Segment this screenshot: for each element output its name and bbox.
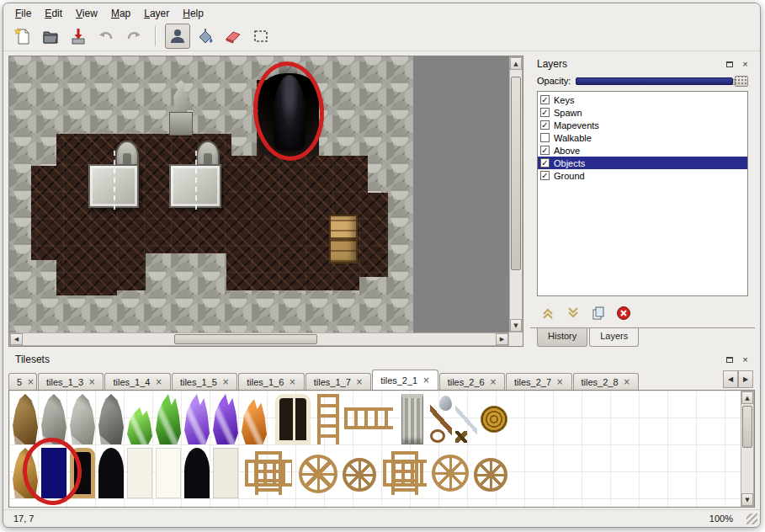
tileset-tile-sword[interactable]	[455, 396, 477, 443]
open-map-button[interactable]	[38, 24, 63, 49]
tileset-canvas[interactable]	[9, 391, 741, 507]
close-tab-icon[interactable]: ×	[88, 377, 95, 386]
tilesets-float-button[interactable]	[723, 354, 736, 366]
layer-row-objects[interactable]: ✓Objects	[538, 157, 747, 169]
scroll-thumb[interactable]	[511, 77, 521, 270]
menu-layer[interactable]: Layer	[137, 6, 176, 21]
layers-close-button[interactable]: ×	[739, 58, 752, 71]
close-tab-icon[interactable]: ×	[556, 377, 563, 386]
duplicate-layer-button[interactable]	[589, 304, 608, 322]
scroll-track[interactable]	[741, 404, 753, 493]
tileset-tile-arch[interactable]	[184, 448, 210, 498]
layer-visibility-checkbox[interactable]: ✓	[540, 158, 550, 168]
tileset-tile-rope[interactable]	[481, 406, 507, 433]
scroll-track[interactable]	[510, 70, 522, 319]
menu-file[interactable]: File	[8, 6, 38, 21]
tileset-tab-tiles_1_7[interactable]: tiles_1_7×	[305, 373, 371, 390]
menu-edit[interactable]: Edit	[38, 6, 69, 21]
menu-map[interactable]: Map	[104, 6, 137, 21]
close-tab-icon[interactable]: ×	[490, 377, 497, 386]
layer-row-mapevents[interactable]: ✓Mapevents	[538, 119, 747, 131]
tileset-tab-tiles_2_8[interactable]: tiles_2_8×	[573, 373, 639, 390]
tileset-vertical-scrollbar[interactable]: ▲ ▼	[741, 391, 754, 507]
panel-tab-layers[interactable]: Layers	[589, 328, 639, 347]
tileset-tab-tiles_2_1[interactable]: tiles_2_1×	[372, 370, 438, 390]
tileset-tile-flat[interactable]	[156, 448, 181, 498]
close-tab-icon[interactable]: ×	[289, 377, 295, 386]
tileset-tile-flat[interactable]	[213, 448, 238, 498]
stamp-tool-button[interactable]	[165, 24, 190, 49]
raise-layer-button[interactable]	[539, 304, 557, 322]
tileset-tile-crystal[interactable]	[184, 394, 210, 444]
layer-visibility-checkbox[interactable]: ✓	[540, 171, 550, 180]
close-tab-icon[interactable]: ×	[356, 377, 363, 386]
tileset-tile-crystal[interactable]	[213, 394, 238, 444]
scroll-thumb[interactable]	[174, 334, 317, 344]
tileset-tile-crystal[interactable]	[127, 407, 152, 444]
redo-button[interactable]	[121, 24, 146, 49]
tileset-tile-arch[interactable]	[98, 448, 124, 498]
scroll-down-button[interactable]: ▼	[510, 319, 522, 332]
opacity-slider-handle[interactable]	[735, 76, 748, 87]
close-tab-icon[interactable]: ×	[27, 377, 34, 386]
layer-row-above[interactable]: ✓Above	[538, 144, 747, 157]
layer-row-keys[interactable]: ✓Keys	[538, 93, 747, 106]
tileset-tile-track-cross[interactable]	[245, 451, 292, 495]
tileset-tab-tiles_2_7[interactable]: tiles_2_7×	[506, 373, 571, 390]
map-view[interactable]: ▲ ▼ ◀ ▶	[8, 56, 523, 347]
scroll-track[interactable]	[23, 333, 496, 345]
tileset-tile-column[interactable]	[401, 394, 423, 444]
tileset-tab-5[interactable]: 5×	[8, 373, 37, 390]
scroll-down-button[interactable]: ▼	[741, 493, 753, 506]
map-vertical-scrollbar[interactable]: ▲ ▼	[509, 56, 523, 332]
tileset-tile-rock[interactable]	[98, 394, 124, 444]
close-tab-icon[interactable]: ×	[624, 377, 630, 386]
panel-tab-history[interactable]: History	[537, 328, 587, 347]
tileset-tab-tiles_2_6[interactable]: tiles_2_6×	[439, 373, 505, 390]
tileset-tile-rock[interactable]	[13, 394, 38, 444]
map-horizontal-scrollbar[interactable]: ◀ ▶	[9, 332, 509, 346]
tileset-tile-flat[interactable]	[127, 448, 152, 498]
undo-button[interactable]	[93, 24, 119, 49]
tab-scroll-left-button[interactable]: ◀	[723, 370, 738, 388]
delete-layer-button[interactable]	[614, 304, 633, 322]
scroll-right-button[interactable]: ▶	[496, 333, 508, 345]
tab-scroll-right-button[interactable]: ▶	[738, 370, 753, 388]
scroll-thumb[interactable]	[742, 406, 752, 448]
tileset-tab-tiles_1_3[interactable]: tiles_1_3×	[38, 373, 104, 390]
scroll-up-button[interactable]: ▲	[741, 391, 753, 404]
layer-visibility-checkbox[interactable]: ✓	[540, 95, 550, 104]
tileset-tab-tiles_1_4[interactable]: tiles_1_4×	[104, 373, 170, 390]
close-tab-icon[interactable]: ×	[222, 377, 229, 386]
tileset-tile-wheel[interactable]	[299, 455, 337, 493]
new-file-button[interactable]	[10, 24, 35, 49]
menu-view[interactable]: View	[69, 6, 104, 21]
tileset-tab-tiles_1_6[interactable]: tiles_1_6×	[238, 373, 304, 390]
layers-float-button[interactable]	[723, 58, 736, 71]
eraser-tool-button[interactable]	[220, 24, 246, 49]
fill-tool-button[interactable]	[193, 24, 218, 49]
tileset-tile-crystal[interactable]	[242, 399, 267, 444]
save-map-button[interactable]	[66, 24, 91, 49]
tileset-tile-rock[interactable]	[41, 394, 66, 444]
tileset-tile-crystal[interactable]	[156, 394, 181, 444]
menu-help[interactable]: Help	[176, 6, 210, 21]
select-tool-button[interactable]	[248, 24, 274, 49]
layer-row-ground[interactable]: ✓Ground	[538, 169, 747, 182]
tileset-tile-rock[interactable]	[70, 394, 95, 444]
tilesets-close-button[interactable]: ×	[739, 354, 752, 366]
layer-visibility-checkbox[interactable]	[540, 133, 550, 142]
close-tab-icon[interactable]: ×	[422, 375, 429, 385]
layer-row-spawn[interactable]: ✓Spawn	[538, 106, 747, 119]
scroll-up-button[interactable]: ▲	[510, 57, 522, 70]
layer-visibility-checkbox[interactable]: ✓	[540, 146, 550, 155]
tileset-tile-wheel[interactable]	[343, 458, 376, 492]
layer-visibility-checkbox[interactable]: ✓	[540, 120, 550, 130]
map-image[interactable]	[9, 56, 413, 334]
resize-grip[interactable]	[746, 513, 757, 524]
close-tab-icon[interactable]: ×	[155, 377, 162, 386]
layer-visibility-checkbox[interactable]: ✓	[540, 108, 550, 117]
tileset-tab-tiles_1_5[interactable]: tiles_1_5×	[172, 373, 237, 390]
lower-layer-button[interactable]	[564, 304, 582, 322]
tileset-tile-door-light[interactable]	[275, 394, 311, 444]
